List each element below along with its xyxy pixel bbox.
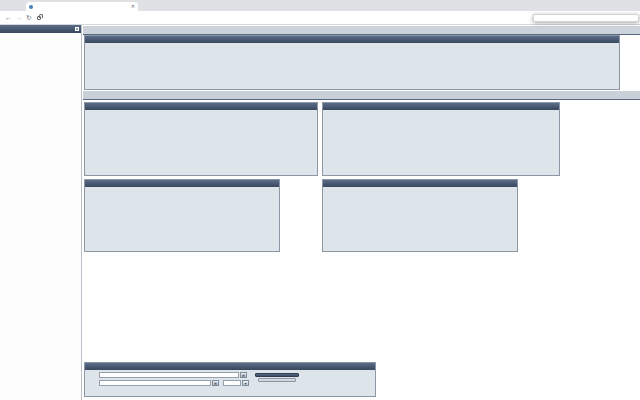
bemerkung-bestaetigung-field: ⊞ — [99, 379, 219, 386]
leistungsempfaenger2-header — [323, 180, 517, 187]
wert-field: ▾ — [223, 379, 249, 386]
aktionen-panel: ⊞ ⊞ ▾ — [84, 362, 376, 397]
bemerkung-bestaetigung-input[interactable] — [99, 380, 211, 387]
aktionen-remarks-column: ⊞ ⊞ ▾ — [99, 371, 249, 386]
bemerkung-vermietstation-input[interactable] — [99, 372, 239, 379]
back-icon[interactable]: ← — [5, 14, 12, 21]
leistungsempfaenger1-body — [85, 187, 279, 191]
favicon-icon — [29, 5, 33, 9]
leistungsempfaenger2-body — [323, 187, 517, 191]
bemerkung2-expand-icon[interactable]: ⊞ — [212, 380, 219, 387]
fahrer1-panel-header — [85, 103, 317, 110]
sidebar-header — [0, 25, 81, 33]
fahrer1-panel-body — [85, 110, 317, 114]
leistungsempfaenger1-header — [85, 180, 279, 187]
reservation-panel-header — [85, 36, 619, 43]
reservation-search-panel — [84, 35, 620, 90]
aktionen-body: ⊞ ⊞ ▾ — [85, 370, 375, 387]
browser-tab-strip: ✕ — [0, 0, 640, 11]
leistungsempfaenger2-panel — [322, 179, 518, 252]
aktionen-header — [85, 363, 375, 370]
reservation-panel-body — [85, 43, 619, 90]
allgemeine-daten-panel — [322, 102, 560, 176]
365id-notification-popup — [533, 14, 639, 22]
wert-ctrl: ▾ — [223, 380, 249, 387]
page-tab-bar — [83, 26, 640, 35]
sidebar-collapse-icon[interactable] — [75, 27, 79, 31]
fahrer1-panel — [84, 102, 318, 176]
lock-icon — [37, 16, 41, 20]
tab-close-icon[interactable]: ✕ — [131, 4, 135, 9]
allgemeine-daten-body — [323, 110, 559, 114]
forward-icon[interactable]: → — [16, 14, 23, 21]
browser-tab[interactable]: ✕ — [26, 2, 138, 11]
bemerkung-vermietstation-ctrl: ⊞ — [99, 372, 249, 379]
bemerkung1-expand-icon[interactable]: ⊞ — [240, 372, 247, 379]
aktionen-remarks-row2: ⊞ ▾ — [99, 379, 249, 386]
aktionen-save-column — [255, 371, 299, 386]
drucken-button[interactable] — [258, 378, 296, 382]
aktionen-buttons-column — [87, 371, 95, 386]
explorer-tree — [0, 33, 81, 35]
bemerkung-bestaetigung-ctrl: ⊞ — [99, 380, 219, 387]
explorer-sidebar — [0, 25, 82, 400]
wert-dropdown-icon[interactable]: ▾ — [242, 380, 249, 387]
allgemeine-daten-header — [323, 103, 559, 110]
reload-icon[interactable]: ↻ — [26, 14, 31, 21]
wert-input[interactable] — [223, 380, 241, 387]
speichern-button[interactable] — [255, 373, 299, 377]
leistungsempfaenger1-panel — [84, 179, 280, 252]
form-tab-bar — [83, 91, 640, 100]
main-content: ⊞ ⊞ ▾ — [83, 25, 640, 400]
